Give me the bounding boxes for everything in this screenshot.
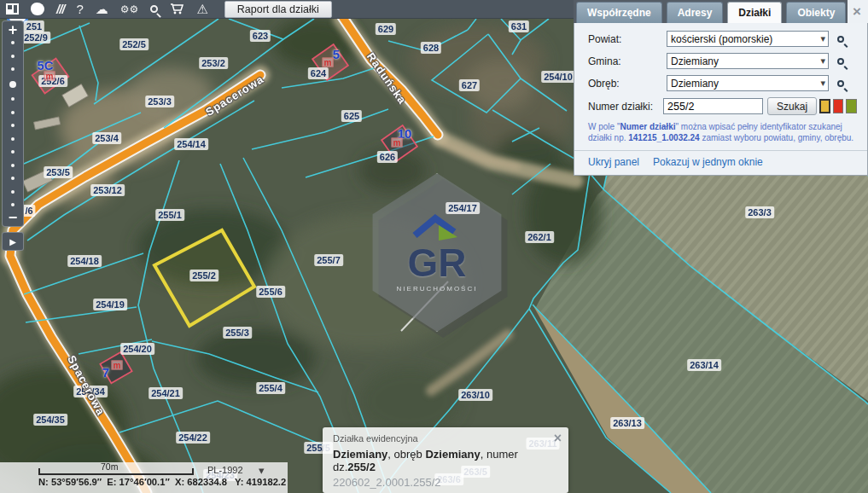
zoom-slider[interactable] [9,38,16,209]
gmina-select[interactable]: Dziemiany ▾ [667,53,829,69]
help-icon[interactable]: ? [77,0,84,19]
report-button[interactable]: Raport dla działki [224,1,332,18]
chevron-down-icon: ▾ [818,55,828,67]
zoom-out-button[interactable]: − [9,209,18,226]
zoom-in-button[interactable]: + [9,21,18,38]
szukaj-button[interactable]: Szukaj [767,97,817,115]
panel-close-icon[interactable]: × [853,5,861,19]
parcel-info-popup: Działka ewidencyjna × Dziemiany, obręb D… [323,427,568,493]
popup-title: Działka ewidencyjna [333,433,558,444]
powiat-select[interactable]: kościerski (pomorskie) ▾ [667,31,829,47]
popup-parcel-id: 220602_2.0001.255/2 [333,476,558,489]
zoom-level-handle [9,81,16,88]
obreb-search-icon[interactable] [837,80,844,87]
ukryj-panel-link[interactable]: Ukryj panel [588,156,639,168]
powiat-label: Powiat: [588,33,667,45]
coordinates-readout: N: 53°59′56.9″ E: 17°46′00.1″ X: 682334.… [38,477,286,487]
tab-wspolrzedne[interactable]: Współrzędne [576,2,662,23]
sidebar-expand-button[interactable]: ▶ [2,232,24,251]
obreb-select[interactable]: Dziemiany ▾ [667,75,829,91]
warning-icon[interactable]: ⚠ [196,0,207,19]
swatch-green[interactable] [846,99,857,113]
settings-gears-icon[interactable]: ⚙⚙ [120,0,139,19]
hatch-icon[interactable]: /// [56,0,65,19]
popup-parcel-line: Dziemiany, obręb Dziemiany, numer dz.255… [333,448,558,473]
chevron-down-icon: ▾ [818,78,828,89]
layout-grid-icon[interactable] [6,0,19,19]
panel-tabbar: Współrzędne Adresy Działki Obiekty × [574,0,868,23]
chevron-down-icon: ▾ [818,33,828,44]
powiat-search-icon[interactable] [837,36,844,43]
zoom-control: + − [2,20,24,227]
tab-adresy[interactable]: Adresy [667,2,724,23]
tab-dzialki[interactable]: Działki [727,2,782,23]
numer-dzialki-label: Numer działki: [588,101,663,113]
chevron-down-icon[interactable]: ▾ [259,464,265,477]
scale-label: 70m [101,461,118,472]
swatch-red[interactable] [833,99,844,113]
download-cloud-icon[interactable]: ☁ [96,0,108,19]
gmina-search-icon[interactable] [837,58,844,65]
crs-selector[interactable]: PL-1992 [207,465,243,475]
tab-obiekty[interactable]: Obiekty [786,2,846,23]
popup-close-icon[interactable]: × [554,432,562,445]
search-plus-icon[interactable] [150,0,158,19]
panel-body: Powiat: kościerski (pomorskie) ▾ Gmina: … [574,23,868,176]
geoportal-app: 251252/9252/5253/2623629628631627254/106… [0,0,868,493]
cart-icon[interactable] [170,0,184,19]
pokazuj-link[interactable]: Pokazuj w jednym oknie [653,156,763,168]
swatch-yellow[interactable] [819,99,830,113]
panel-links: Ukryj panel Pokazuj w jednym oknie [574,150,867,175]
top-toolbar: /// ? ☁ ⚙⚙ ⚠ Raport dla działki [0,0,574,19]
shape-blob-icon[interactable] [31,0,44,19]
gmina-label: Gmina: [588,55,667,67]
hint-text: W pole "Numer działki" można wpisać pełn… [588,121,855,143]
parcel-number-input[interactable] [663,98,763,114]
search-panel: Współrzędne Adresy Działki Obiekty × Pow… [574,0,868,176]
obreb-label: Obręb: [588,78,667,90]
